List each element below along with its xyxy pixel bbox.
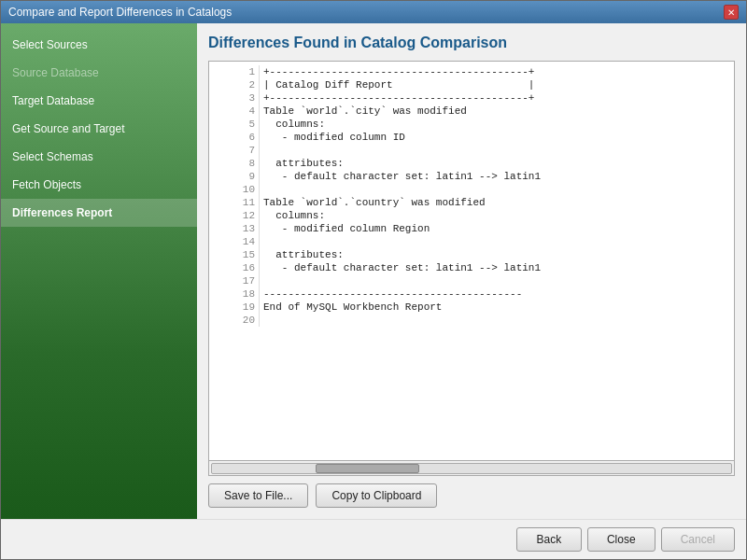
close-icon: ✕	[727, 7, 735, 18]
table-row: 12 columns:	[213, 209, 730, 222]
close-button-footer[interactable]: Close	[587, 527, 655, 552]
sidebar-item-select-schemas[interactable]: Select Schemas	[1, 143, 197, 171]
page-title: Differences Found in Catalog Comparison	[208, 35, 735, 51]
line-text: +---------------------------------------…	[260, 65, 730, 78]
close-button[interactable]: ✕	[724, 5, 739, 20]
table-row: 13 - modified column Region	[213, 222, 730, 235]
line-text: Table `world`.`city` was modified	[260, 105, 730, 118]
table-row: 6 - modified column ID	[213, 131, 730, 144]
main-window: Compare and Report Differences in Catalo…	[0, 0, 747, 560]
save-to-file-button[interactable]: Save to File...	[208, 483, 308, 508]
table-row: 5 columns:	[213, 118, 730, 131]
line-number: 7	[213, 144, 260, 157]
line-number: 4	[213, 105, 260, 118]
line-number: 2	[213, 78, 260, 91]
table-row: 9 - default character set: latin1 --> la…	[213, 170, 730, 183]
footer-bar: Back Close Cancel	[1, 519, 746, 559]
line-number: 16	[213, 261, 260, 274]
table-row: 14	[213, 235, 730, 248]
line-text: Table `world`.`country` was modified	[260, 196, 730, 209]
scrollbar-thumb[interactable]	[316, 464, 419, 473]
table-row: 19End of MySQL Workbench Report	[213, 301, 730, 314]
line-text	[260, 274, 730, 287]
line-number: 9	[213, 170, 260, 183]
line-number: 18	[213, 287, 260, 301]
sidebar-item-select-sources[interactable]: Select Sources	[1, 31, 197, 59]
report-container: 1+--------------------------------------…	[208, 61, 735, 476]
report-scroll-area[interactable]: 1+--------------------------------------…	[209, 62, 734, 460]
table-row: 7	[213, 144, 730, 157]
line-number: 1	[213, 65, 260, 78]
line-text: attributes:	[260, 248, 730, 261]
sidebar-item-target-database[interactable]: Target Database	[1, 87, 197, 115]
table-row: 20	[213, 314, 730, 327]
sidebar-item-differences-report[interactable]: Differences Report	[1, 199, 197, 227]
sidebar-item-fetch-objects[interactable]: Fetch Objects	[1, 171, 197, 199]
line-text: +---------------------------------------…	[260, 91, 730, 105]
table-row: 2| Catalog Diff Report |	[213, 78, 730, 91]
table-row: 11Table `world`.`country` was modified	[213, 196, 730, 209]
line-number: 10	[213, 183, 260, 196]
line-text: - default character set: latin1 --> lati…	[260, 261, 730, 274]
table-row: 8 attributes:	[213, 157, 730, 170]
horizontal-scrollbar[interactable]	[209, 460, 734, 475]
line-text: End of MySQL Workbench Report	[260, 301, 730, 314]
sidebar-item-get-source-target[interactable]: Get Source and Target	[1, 115, 197, 143]
sidebar-item-source-database: Source Database	[1, 59, 197, 87]
line-text: attributes:	[260, 157, 730, 170]
table-row: 17	[213, 274, 730, 287]
table-row: 10	[213, 183, 730, 196]
main-content-area: Differences Found in Catalog Comparison …	[197, 23, 746, 519]
line-text: columns:	[260, 118, 730, 131]
line-number: 6	[213, 131, 260, 144]
line-text	[260, 144, 730, 157]
action-buttons: Save to File... Copy to Clipboard	[208, 483, 735, 508]
line-text	[260, 235, 730, 248]
line-number: 3	[213, 91, 260, 105]
line-number: 5	[213, 118, 260, 131]
sidebar: Select Sources Source Database Target Da…	[1, 23, 197, 519]
table-row: 18--------------------------------------…	[213, 287, 730, 301]
line-number: 19	[213, 301, 260, 314]
line-number: 11	[213, 196, 260, 209]
line-text: - modified column Region	[260, 222, 730, 235]
line-text	[260, 183, 730, 196]
line-number: 17	[213, 274, 260, 287]
line-number: 12	[213, 209, 260, 222]
table-row: 1+--------------------------------------…	[213, 65, 730, 78]
title-bar: Compare and Report Differences in Catalo…	[1, 1, 746, 23]
line-text: - modified column ID	[260, 131, 730, 144]
table-row: 16 - default character set: latin1 --> l…	[213, 261, 730, 274]
scrollbar-track[interactable]	[211, 463, 732, 474]
cancel-button[interactable]: Cancel	[661, 527, 735, 552]
line-text: ----------------------------------------…	[260, 287, 730, 301]
back-button[interactable]: Back	[516, 527, 582, 552]
window-title: Compare and Report Differences in Catalo…	[8, 6, 232, 19]
report-table: 1+--------------------------------------…	[213, 65, 730, 327]
table-row: 4Table `world`.`city` was modified	[213, 105, 730, 118]
line-text	[260, 314, 730, 327]
content-area: Select Sources Source Database Target Da…	[1, 23, 746, 519]
line-text: | Catalog Diff Report |	[260, 78, 730, 91]
line-number: 8	[213, 157, 260, 170]
table-row: 15 attributes:	[213, 248, 730, 261]
line-text: columns:	[260, 209, 730, 222]
line-text: - default character set: latin1 --> lati…	[260, 170, 730, 183]
line-number: 20	[213, 314, 260, 327]
line-number: 13	[213, 222, 260, 235]
copy-to-clipboard-button[interactable]: Copy to Clipboard	[316, 483, 437, 508]
line-number: 14	[213, 235, 260, 248]
table-row: 3+--------------------------------------…	[213, 91, 730, 105]
line-number: 15	[213, 248, 260, 261]
